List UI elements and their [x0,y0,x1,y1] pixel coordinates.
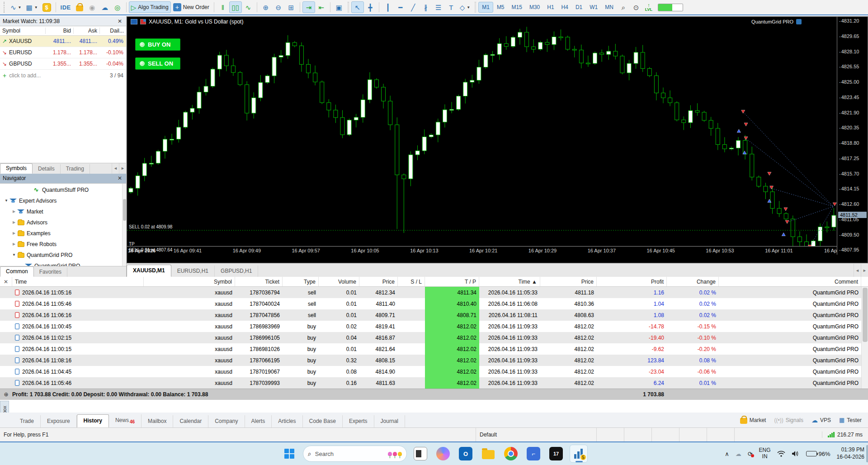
add-symbol-label[interactable]: click to add... [9,72,41,79]
tabs-scroll-left-icon[interactable]: ◄ [112,163,119,174]
col-header-change[interactable]: Change [667,277,719,286]
chart-tab-gbpusdh1[interactable]: GBPUSD,H1 [215,266,258,277]
tab-trading[interactable]: Trading [61,164,90,174]
tree-item-advisors[interactable]: ▶Advisors [0,217,126,228]
outlook-button[interactable]: O [457,445,475,463]
tree-item-examples[interactable]: ▶Examples [0,228,126,239]
chrome-button[interactable] [502,445,520,463]
ide-button[interactable]: IDE [58,1,73,13]
zoom-in-button[interactable]: ⊕ [259,1,272,13]
account-button[interactable]: ⊙ [630,1,642,13]
tree-item-free-robots[interactable]: ▶Free Robots [0,239,126,250]
history-row[interactable]: 2026.04.16 11:02:15xauusd1786996105buy0.… [0,332,868,343]
bottom-tab-articles[interactable]: Articles [272,415,302,427]
bottom-tab-experts[interactable]: Experts [343,415,374,427]
bottom-tab-news[interactable]: News46 [109,414,142,427]
auto-scroll-button[interactable]: ⇥ [302,1,315,13]
trendline-button[interactable]: ╱ [407,1,420,13]
tabs-scroll-right-icon[interactable]: ► [119,163,126,174]
algo-trading-button[interactable]: ▷Algo Trading [129,1,171,13]
metatrader5-button[interactable]: 5 [570,445,588,463]
col-header-time[interactable]: Time [12,277,144,286]
history-row[interactable]: 2026.04.16 11:00:15xauusd1786981026buy0.… [0,343,868,355]
search-button[interactable]: ⌕ [617,1,630,13]
file-explorer-button[interactable] [479,445,497,463]
chart-shift-button[interactable]: ⇤ [315,1,328,13]
history-row[interactable]: 2026.04.16 11:08:16xauusd1787066195buy0.… [0,355,868,366]
mw-col-dail[interactable]: Dail... [99,28,126,34]
mw-col-symbol[interactable]: Symbol [0,28,45,34]
expand-icon[interactable]: ▶ [11,242,17,246]
mw-col-ask[interactable]: Ask [73,28,99,34]
level-button[interactable]: ↑LVL [642,1,655,13]
chart-price-scale[interactable]: 4811.52 4831.204829.654828.104826.554825… [837,17,868,255]
timeframe-mn[interactable]: MN [601,2,617,13]
bars-button[interactable]: ‖ [217,1,229,13]
col-header-sl[interactable]: S / L [398,277,425,286]
service-market[interactable]: Market [740,416,766,424]
screenshot-button[interactable]: ▣ [333,1,345,13]
timeframe-h4[interactable]: H4 [558,2,572,13]
bottom-tab-company[interactable]: Company [208,415,245,427]
bottom-tab-journal[interactable]: Journal [374,415,405,427]
toolbar-drag-handle[interactable] [4,2,6,13]
history-table-header[interactable]: ✕TimeSymbolTicketTypeVolumePriceS / LT /… [0,277,868,287]
timeframe-m15[interactable]: M15 [508,2,526,13]
wifi-icon[interactable] [777,451,785,457]
col-header-ticket[interactable]: Ticket [235,277,283,286]
bottom-tab-history[interactable]: History [77,414,109,427]
tree-item-quantumgrid-pro[interactable]: QuantumGrid PRO [0,261,126,266]
expand-icon[interactable]: ▶ [11,209,17,214]
expand-icon[interactable]: ▶ [11,231,17,235]
col-header-profit[interactable]: Profit [597,277,667,286]
chart-window[interactable]: XAUUSD, M1: Gold vs US Dollar (spot) Qua… [127,16,868,263]
charts-scroll-right-icon[interactable]: ► [861,264,868,277]
tree-item-market[interactable]: ▶Market [0,206,126,217]
taskbar-search-input[interactable]: ⌕ Search [303,446,407,462]
market-watch-close-icon[interactable]: ✕ [116,18,123,24]
tray-clock[interactable]: 01:39 PM16-04-2026 [837,446,864,460]
timeframe-m5[interactable]: M5 [493,2,508,13]
navigator-close-icon[interactable]: ✕ [116,175,123,181]
bottom-tab-trade[interactable]: Trade [14,415,41,427]
chart-style-button[interactable]: ∿▼ [8,1,24,13]
language-indicator[interactable]: ENGIN [759,447,771,460]
line-chart-button[interactable]: ∿ [242,1,255,13]
symbols-dollar-button[interactable]: $ [40,1,53,13]
status-profile[interactable]: Default [476,428,597,441]
timeframe-m1[interactable]: M1 [478,2,493,13]
indicators-button[interactable]: ▦▼ [24,1,40,13]
bottom-tab-exposure[interactable]: Exposure [41,415,77,427]
start-button[interactable] [280,445,298,463]
history-row[interactable]: 2026.04.16 11:05:46xauusd1787040024sell0… [0,298,868,309]
sync-icon[interactable]: ⟳ [748,451,753,457]
bottom-tab-alerts[interactable]: Alerts [245,415,272,427]
col-header-comment[interactable]: Comment [719,277,861,286]
mw-col-bid[interactable]: Bid [45,28,73,34]
chart-plot[interactable]: XAUUSD, M1: Gold vs US Dollar (spot) Qua… [127,17,837,255]
ea-icon[interactable] [796,19,802,24]
bottom-tab-mailbox[interactable]: Mailbox [142,415,173,427]
tab-symbols[interactable]: Symbols [0,163,33,174]
tray-chevron-icon[interactable]: ∧ [725,451,729,457]
channel-button[interactable]: ∦ [420,1,432,13]
history-row[interactable]: 2026.04.16 11:06:16xauusd1787047856sell0… [0,309,868,321]
history-row[interactable]: 2026.04.16 11:05:46xauusd1787039993buy0.… [0,377,868,389]
service-vps[interactable]: ☁VPS [811,417,831,424]
col-header-volume[interactable]: Volume [319,277,359,286]
shapes-button[interactable]: ◇▼ [458,1,472,13]
crosshair-button[interactable]: ╋ [364,1,377,13]
bottom-tab-code-base[interactable]: Code Base [303,415,343,427]
symbol-row-xauusd[interactable]: ↗XAUUSD4811....4811....0.49% [0,36,126,47]
col-header-type[interactable]: Type [283,277,319,286]
col-header-symbol[interactable]: Symbol [144,277,235,286]
tab-common[interactable]: Common [0,266,34,277]
horizontal-line-button[interactable]: ━ [394,1,407,13]
fibonacci-button[interactable]: ☰ [432,1,445,13]
buy-on-button[interactable]: BUY ON [135,38,180,51]
tab-details[interactable]: Details [33,164,61,174]
market-store-button[interactable] [73,1,86,13]
expand-icon[interactable]: ▶ [11,220,17,224]
tree-item-quantumstuff-pro[interactable]: ∿QuantumStuff PRO [0,185,126,195]
new-order-button[interactable]: +New Order [171,1,212,13]
